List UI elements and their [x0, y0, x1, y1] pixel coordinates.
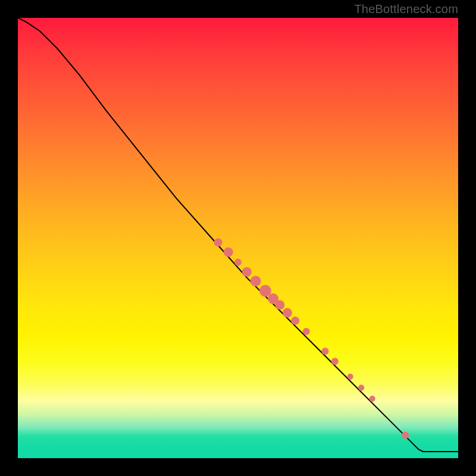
scatter-point [275, 300, 284, 310]
plot-area [18, 18, 458, 458]
scatter-point [214, 238, 223, 246]
scatter-point [234, 259, 242, 266]
chart-frame: TheBottleneck.com [0, 0, 476, 476]
scatter-point [331, 358, 339, 365]
scatter-point [303, 328, 310, 335]
scatter-point [402, 432, 409, 439]
scatter-point [369, 396, 375, 402]
scatter-point [242, 267, 252, 277]
scatter-point [224, 248, 233, 257]
scatter-point [291, 317, 299, 325]
scatter-point [358, 385, 364, 391]
chart-svg [18, 18, 458, 458]
scatter-point [322, 347, 329, 355]
curve-line [18, 18, 458, 452]
scatter-point [347, 374, 353, 380]
attribution-label: TheBottleneck.com [354, 2, 458, 16]
scatter-group [214, 238, 409, 439]
scatter-point [250, 276, 261, 287]
scatter-point [283, 308, 292, 318]
